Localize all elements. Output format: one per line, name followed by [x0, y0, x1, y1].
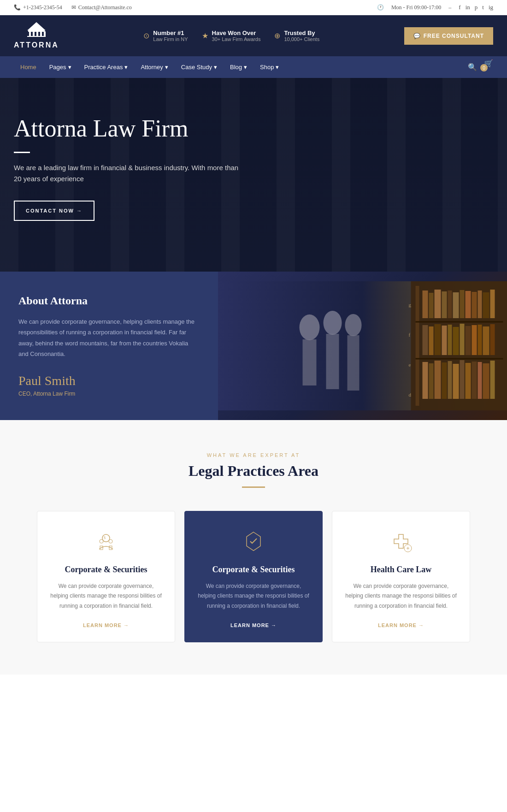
star-icon: ★ [202, 31, 208, 40]
chevron-down-icon: ▾ [165, 64, 168, 71]
free-consultant-button[interactable]: 💬 FREE CONSULTANT [404, 27, 493, 45]
card3-learn-more[interactable]: LEARN MORE → [378, 622, 424, 628]
svg-rect-24 [466, 291, 471, 318]
card1-title: Corporate & Securities [65, 565, 147, 575]
about-left: About Attorna We can provide corporate g… [0, 272, 218, 420]
svg-rect-6 [27, 36, 46, 37]
about-section: About Attorna We can provide corporate g… [0, 272, 507, 420]
svg-rect-25 [472, 292, 477, 318]
svg-text:d: d [409, 392, 412, 397]
svg-rect-12 [326, 334, 339, 389]
svg-marker-7 [27, 22, 46, 30]
nav-attorney[interactable]: Attorney ▾ [134, 56, 174, 78]
cart-badge: 0 [480, 64, 488, 71]
email-contact[interactable]: ✉ Contact@Attornasite.co [71, 4, 132, 11]
linkedin-icon[interactable]: in [466, 4, 470, 11]
top-bar-left: 📞 +1-2345-2345-54 ✉ Contact@Attornasite.… [14, 4, 132, 11]
svg-rect-22 [453, 292, 459, 318]
phone-icon: 📞 [14, 4, 21, 11]
svg-rect-23 [460, 290, 465, 318]
corporate-icon-2 [242, 530, 265, 556]
card2-title: Corporate & Securities [212, 565, 295, 575]
card1-learn-more[interactable]: LEARN MORE → [83, 622, 129, 628]
svg-rect-36 [466, 326, 471, 355]
svg-rect-51 [483, 363, 489, 399]
svg-point-13 [345, 314, 362, 336]
svg-rect-48 [466, 363, 471, 399]
svg-point-11 [324, 311, 342, 335]
section-divider [242, 486, 265, 488]
nav-right: 🔍 🛒 0 [468, 59, 493, 75]
chevron-down-icon: ▾ [276, 64, 279, 71]
about-description: We can provide corporate governance, hel… [18, 316, 200, 360]
twitter-icon[interactable]: t [482, 4, 484, 11]
svg-point-9 [300, 314, 320, 340]
stat3-sub: 10,000+ Clients [284, 36, 319, 42]
social-icons: f in p t ig [459, 4, 493, 11]
pinterest-icon[interactable]: p [475, 4, 478, 11]
facebook-icon[interactable]: f [459, 4, 460, 11]
nav-home[interactable]: Home [14, 56, 43, 78]
svg-rect-31 [435, 324, 441, 355]
nav-shop[interactable]: Shop ▾ [254, 56, 285, 78]
hero-description: We are a leading law firm in financial &… [14, 162, 244, 184]
svg-rect-50 [478, 362, 482, 399]
svg-rect-46 [453, 364, 459, 399]
svg-point-60 [100, 539, 103, 543]
business-hours: Mon - Fri 09:00-17:00 [391, 4, 441, 11]
svg-rect-44 [442, 362, 447, 399]
card3-title: Health Care Law [371, 565, 432, 575]
nav-practice-areas[interactable]: Practice Areas ▾ [78, 56, 135, 78]
card2-learn-more[interactable]: LEARN MORE → [230, 622, 277, 628]
ceo-title: CEO, Attorna Law Firm [18, 391, 200, 397]
about-title: About Attorna [18, 295, 200, 307]
card1-desc: We can provide corporate governance, hel… [49, 581, 163, 611]
corporate-icon-1: $ [94, 530, 118, 556]
svg-rect-29 [423, 325, 428, 355]
svg-rect-34 [453, 327, 459, 355]
chevron-down-icon: ▾ [244, 64, 247, 71]
svg-text:f: f [409, 332, 411, 338]
search-icon[interactable]: 🔍 [468, 63, 477, 71]
svg-rect-33 [448, 325, 452, 355]
practices-section: WHAT WE ARE EXPERT AT Legal Practices Ar… [0, 420, 507, 675]
svg-rect-49 [472, 362, 477, 399]
svg-rect-37 [472, 325, 477, 355]
stat-number-one: ⊙ Number #1 Law Firm in NY [143, 30, 188, 42]
svg-point-61 [109, 539, 112, 543]
stat2-title: Have Won Over [212, 30, 261, 36]
clock-icon: 🕐 [377, 4, 384, 11]
target-icon: ⊙ [143, 31, 149, 40]
contact-now-button[interactable]: CONTACT NOW → [14, 201, 94, 221]
chat-icon: 💬 [413, 33, 421, 39]
instagram-icon[interactable]: ig [489, 4, 493, 11]
hero-title: Attorna Law Firm [14, 115, 290, 142]
svg-rect-35 [460, 324, 465, 355]
chevron-down-icon: ▾ [124, 64, 128, 71]
svg-rect-26 [478, 290, 482, 318]
top-bar: 📞 +1-2345-2345-54 ✉ Contact@Attornasite.… [0, 0, 507, 15]
svg-rect-45 [448, 361, 452, 399]
svg-text:g: g [409, 302, 412, 308]
practice-cards: $ Corporate & Securities We can provide … [14, 511, 493, 643]
logo[interactable]: ATTORNA [14, 22, 59, 49]
svg-rect-14 [348, 335, 360, 391]
svg-rect-10 [303, 339, 317, 385]
nav-blog[interactable]: Blog ▾ [224, 56, 254, 78]
svg-rect-41 [423, 362, 428, 399]
logo-icon [27, 22, 46, 40]
svg-rect-18 [429, 293, 434, 318]
svg-rect-52 [490, 361, 495, 399]
section-title: Legal Practices Area [14, 462, 493, 480]
svg-rect-5 [28, 30, 45, 32]
phone-contact[interactable]: 📞 +1-2345-2345-54 [14, 4, 62, 11]
svg-rect-32 [442, 326, 447, 355]
stat3-title: Trusted By [284, 30, 319, 36]
nav-case-study[interactable]: Case Study ▾ [175, 56, 224, 78]
svg-text:e: e [409, 362, 411, 367]
logo-text: ATTORNA [14, 41, 59, 49]
svg-rect-40 [490, 324, 495, 355]
practice-card-2-featured: Corporate & Securities We can provide co… [184, 511, 323, 643]
card2-desc: We can provide corporate governance, hel… [196, 581, 311, 611]
nav-pages[interactable]: Pages ▾ [43, 56, 78, 78]
